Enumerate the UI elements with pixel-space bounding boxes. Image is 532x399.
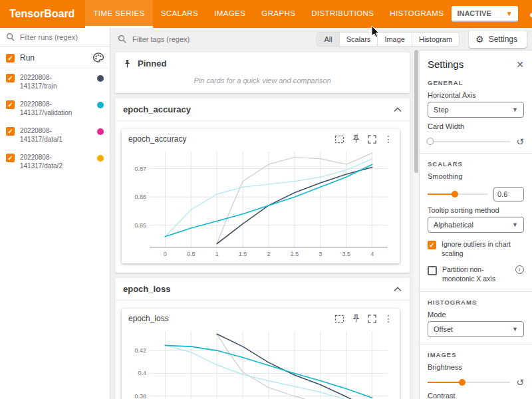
runs-header-label: Run [20,53,35,63]
tab-images[interactable]: IMAGES [206,0,253,28]
more-options-icon[interactable]: ⋮ [384,314,393,323]
run-label: 20220808-141317/train [20,73,81,90]
runs-filter-row [0,28,110,47]
palette-icon[interactable] [93,53,104,63]
chevron-up-icon[interactable] [394,287,402,292]
section-title: epoch_accuracy [123,104,191,114]
run-checkbox[interactable]: ✓ [6,100,15,109]
run-checkbox[interactable]: ✓ [6,127,15,136]
more-options-icon[interactable]: ⋮ [384,134,393,144]
tab-histograms[interactable]: HISTOGRAMS [382,0,452,28]
tooltip-sorting-select[interactable]: Alphabetical ▼ [428,217,524,233]
reload-status-value: INACTIVE [457,9,491,17]
run-checkbox[interactable]: ✓ [6,154,15,162]
main-scrollbar [414,50,419,399]
tag-filter-input[interactable] [131,35,267,44]
svg-text:2.5: 2.5 [291,251,299,257]
runs-header-row: ✓ Run [0,47,110,68]
run-row: ✓20220808-141317/data/2 [0,148,110,175]
theme-toggle-icon[interactable]: ◐ [527,8,532,20]
tab-scalars[interactable]: SCALARS [153,0,207,28]
histogram-mode-select[interactable]: Offset ▼ [428,321,524,337]
gear-icon: ⚙ [475,34,484,45]
svg-text:0.86: 0.86 [134,194,146,200]
filter-button-scalars[interactable]: Scalars [340,33,378,46]
svg-text:0.87: 0.87 [134,166,146,172]
histograms-group-label: HISTOGRAMS [428,299,524,306]
fit-to-data-icon[interactable] [334,315,344,323]
runs-sidebar: ✓ Run ✓20220808-141317/train✓20220808-14… [0,28,110,399]
run-label: 20220808-141317/validation [20,100,81,117]
section-header-epoch-loss[interactable]: epoch_loss [115,278,410,301]
pinned-header: Pinned [115,53,410,72]
run-color-dot [97,75,104,82]
card-width-slider[interactable] [428,141,510,142]
tab-distributions[interactable]: DISTRIBUTIONS [303,0,382,28]
main-content: Pinned Pin cards for a quick view and co… [111,50,414,399]
settings-button[interactable]: ⚙ Settings [469,31,527,48]
svg-text:0.42: 0.42 [134,347,146,354]
search-icon [6,33,15,41]
runs-list: ✓20220808-141317/train✓20220808-141317/v… [0,68,110,175]
brightness-slider[interactable] [428,382,510,383]
chart-card-epoch-accuracy: epoch_accuracy ⋮00.511.522.533.540.850.8… [122,129,400,263]
partition-x-axis-checkbox[interactable] [428,266,437,275]
reset-icon[interactable]: ↺ [516,137,524,146]
run-checkbox[interactable]: ✓ [6,74,15,82]
filter-button-histogram[interactable]: Histogram [412,33,459,46]
fullscreen-icon[interactable] [368,315,376,323]
epoch-loss-chart[interactable]: 00.511.522.533.540.360.380.40.42 [127,326,394,399]
filter-button-image[interactable]: Image [378,33,412,46]
chart-card-epoch-loss: epoch_loss ⋮00.511.522.533.540.360.380.4… [122,309,400,399]
pin-icon[interactable] [352,314,360,323]
fit-to-data-icon[interactable] [334,135,344,144]
general-group-label: GENERAL [428,79,524,86]
section-header-epoch-accuracy[interactable]: epoch_accuracy [115,98,410,121]
nav-tabs: TIME SERIESSCALARSIMAGESGRAPHSDISTRIBUTI… [85,0,452,28]
svg-text:0.85: 0.85 [134,222,146,229]
scrollbar-thumb[interactable] [414,50,418,173]
tag-toolbar: AllScalarsImageHistogram ⚙ Settings [111,28,532,50]
reload-status-select[interactable]: INACTIVE ▼ [452,6,517,22]
svg-text:3: 3 [319,251,322,257]
svg-text:2: 2 [267,251,270,257]
slider-thumb[interactable] [452,191,458,198]
card-width-label: Card Width [428,122,524,130]
contrast-label: Contrast [428,392,524,399]
smoothing-label: Smoothing [428,172,524,180]
filter-button-all[interactable]: All [317,33,339,46]
svg-text:0: 0 [164,251,167,257]
top-bar: TensorBoard TIME SERIESSCALARSIMAGESGRAP… [0,0,532,28]
run-color-dot [97,155,104,162]
svg-text:1: 1 [215,251,219,257]
slider-thumb[interactable] [459,379,466,386]
pinned-title: Pinned [138,59,166,68]
svg-text:4: 4 [370,251,374,257]
tag-type-filter-group: AllScalarsImageHistogram [317,32,460,47]
pinned-empty-message: Pin cards for a quick view and compariso… [115,72,410,93]
run-row: ✓20220808-141317/validation [0,95,110,122]
chevron-down-icon: ▼ [512,221,518,228]
horizontal-axis-select[interactable]: Step ▼ [428,102,524,118]
close-icon[interactable]: ✕ [516,59,524,70]
svg-text:3.5: 3.5 [342,251,350,257]
slider-thumb[interactable] [426,138,434,145]
pin-icon[interactable] [352,134,360,144]
ignore-outliers-checkbox[interactable]: ✓ [428,241,436,249]
chevron-up-icon[interactable] [394,107,402,112]
chevron-down-icon: ▼ [512,326,518,332]
info-icon[interactable]: i [515,265,524,274]
runs-filter-input[interactable] [19,33,100,42]
epoch-accuracy-chart[interactable]: 00.511.522.533.540.850.860.87 [127,146,394,259]
run-row: ✓20220808-141317/data/1 [0,122,110,148]
reset-icon[interactable]: ↺ [516,378,524,387]
tab-time-series[interactable]: TIME SERIES [85,0,152,28]
svg-text:0.38: 0.38 [134,393,146,399]
fullscreen-icon[interactable] [368,135,376,144]
select-all-runs-checkbox[interactable]: ✓ [6,54,15,63]
smoothing-slider[interactable] [428,194,487,195]
images-group-label: IMAGES [428,351,524,358]
tab-graphs[interactable]: GRAPHS [253,0,303,28]
run-row: ✓20220808-141317/train [0,68,110,95]
smoothing-value-input[interactable] [493,187,524,201]
